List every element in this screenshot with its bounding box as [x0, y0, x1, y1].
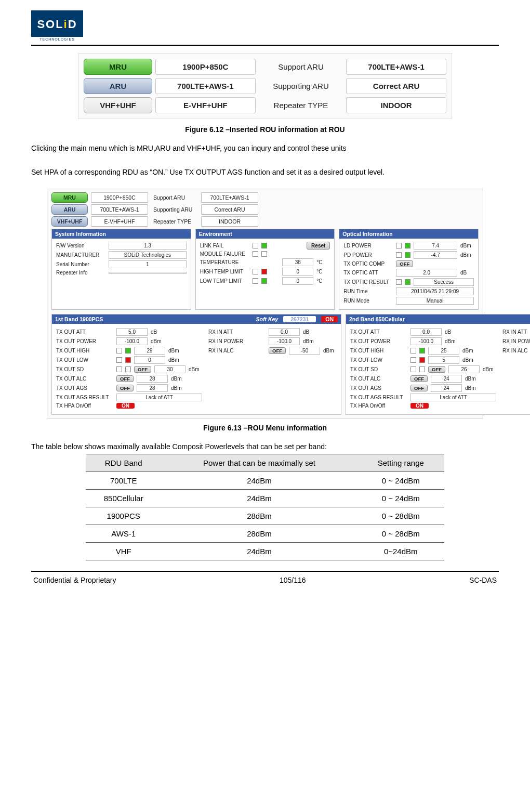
fig1-label: Repeater TYPE — [259, 98, 343, 113]
off-toggle-button[interactable]: OFF — [396, 260, 413, 267]
band-param-label: TX OUT AGS RESULT — [350, 395, 407, 400]
fig2-tab-button[interactable]: VHF+UHF — [51, 216, 88, 227]
fig1-tab-button[interactable]: ARU — [84, 78, 152, 94]
panel-band-2: 2nd Band 850Cellular Soft Key 267231 ON … — [346, 314, 530, 415]
checkbox-icon[interactable] — [396, 252, 402, 258]
checkbox-icon[interactable] — [253, 269, 258, 274]
band-value[interactable]: 5 — [428, 356, 459, 364]
power-table-intro: The table below shows maximally availabl… — [31, 442, 499, 451]
band-param-label: TX OUT HIGH — [350, 348, 407, 353]
band-unit: dBm — [171, 385, 184, 391]
fig1-label: Support ARU — [259, 59, 343, 74]
band-value[interactable]: -100.0 — [269, 337, 300, 345]
band-value[interactable]: 28 — [137, 384, 168, 392]
checkbox-icon[interactable] — [253, 251, 258, 257]
band2-title: 2nd Band 850Cellular — [349, 316, 405, 322]
power-table-row: AWS-128dBm0 ~ 28dBm — [86, 525, 444, 543]
checkbox-icon[interactable] — [253, 243, 258, 248]
sysinfo-value: 1.3 — [109, 242, 187, 250]
page-footer: Confidential & Proprietary 105/116 SC-DA… — [31, 576, 499, 584]
band-value[interactable]: 24 — [431, 375, 462, 383]
fig1-caption: Figure 6.12 –Inserted ROU information at… — [31, 125, 499, 134]
fig1-tab-button[interactable]: VHF+UHF — [84, 97, 152, 113]
fig1-tab-button[interactable]: MRU — [84, 59, 152, 75]
off-toggle-button[interactable]: OFF — [116, 375, 134, 382]
status-indicator-icon — [261, 269, 267, 274]
power-table-cell: 24dBm — [161, 543, 357, 560]
fig1-value: 700LTE+AWS-1 — [155, 78, 256, 94]
checkbox-icon[interactable] — [410, 357, 416, 363]
fig2-rou-menu: MRU1900P+850CSupport ARU700LTE+AWS-1ARU7… — [47, 189, 483, 418]
on-toggle-button[interactable]: ON — [410, 403, 429, 409]
band-value[interactable]: 5.0 — [116, 328, 148, 336]
on-toggle-button[interactable]: ON — [116, 403, 135, 409]
band-value[interactable]: 0.0 — [410, 328, 442, 336]
status-indicator-icon — [261, 243, 267, 248]
off-toggle-button[interactable]: OFF — [269, 347, 286, 354]
band-value[interactable]: 24 — [431, 384, 462, 392]
fig2-header-value: 1900P+850C — [91, 192, 148, 203]
checkbox-icon[interactable] — [116, 357, 122, 363]
off-toggle-button[interactable]: OFF — [428, 366, 445, 373]
fig2-tab-button[interactable]: MRU — [51, 192, 88, 203]
opt-value: Success — [414, 278, 474, 286]
checkbox-icon[interactable] — [253, 278, 258, 284]
band-value[interactable]: 26 — [448, 365, 480, 373]
band-param-label: TX OUT AGS — [350, 385, 407, 391]
band-value[interactable]: 28 — [137, 375, 168, 383]
band-unit: dBm — [171, 376, 184, 382]
opt-label: LD POWER — [343, 243, 393, 248]
power-table-row: 850Cellular24dBm0 ~ 24dBm — [86, 490, 444, 507]
env-unit: °C — [316, 269, 330, 274]
band-param-label: TX OUT ALC — [350, 376, 407, 382]
checkbox-icon[interactable] — [396, 279, 402, 285]
status-indicator-icon — [261, 278, 267, 284]
band-value[interactable]: 0 — [134, 356, 165, 364]
fig1-value: 1900P+850C — [155, 59, 256, 75]
band-param-label: TX OUT AGS — [56, 385, 113, 391]
band-value[interactable]: 0.0 — [269, 328, 300, 336]
band-value[interactable]: 25 — [428, 347, 459, 355]
off-toggle-button[interactable]: OFF — [116, 385, 134, 391]
env-value[interactable]: 38 — [282, 258, 313, 266]
power-table-cell: 28dBm — [161, 525, 357, 543]
band-unit: dBm — [462, 357, 476, 363]
power-table-cell: 0 ~ 24dBm — [357, 472, 445, 490]
band-param-label: RX IN ATT — [502, 329, 530, 335]
footer-center: 105/116 — [280, 576, 306, 584]
power-level-table: RDU BandPower that can be maximally setS… — [86, 454, 444, 560]
band-value[interactable]: 29 — [134, 347, 165, 355]
header-rule — [31, 45, 499, 46]
opt-label: PD POWER — [343, 252, 393, 258]
band-unit: dBm — [168, 348, 182, 353]
panel-title-sysinfo: System Information — [52, 229, 191, 239]
checkbox-icon[interactable] — [410, 366, 416, 372]
opt-label: TX OPTIC ATT — [343, 270, 393, 276]
power-table-cell: 0~24dBm — [357, 543, 445, 560]
off-toggle-button[interactable]: OFF — [410, 385, 428, 391]
off-toggle-button[interactable]: OFF — [410, 375, 428, 382]
band-value[interactable]: -100.0 — [410, 337, 442, 345]
status-indicator-icon — [419, 366, 425, 372]
band-unit: dB — [151, 329, 164, 335]
checkbox-icon[interactable] — [116, 366, 122, 372]
env-value[interactable]: 0 — [282, 277, 313, 285]
fig2-tab-button[interactable]: ARU — [51, 204, 88, 215]
fig2-caption: Figure 6.13 –ROU Menu information — [31, 424, 499, 432]
checkbox-icon[interactable] — [396, 243, 402, 248]
fig1-value: 700LTE+AWS-1 — [346, 59, 446, 75]
checkbox-icon[interactable] — [116, 348, 122, 353]
band-unit: dBm — [303, 338, 316, 344]
reset-button[interactable]: Reset — [307, 242, 330, 250]
band-unit: dBm — [151, 338, 164, 344]
band-value[interactable]: 30 — [154, 365, 186, 373]
panel-title-opt: Optical Information — [339, 229, 478, 239]
band-value[interactable]: -100.0 — [116, 337, 148, 345]
opt-value: Manual — [396, 297, 474, 305]
off-toggle-button[interactable]: OFF — [134, 366, 151, 373]
checkbox-icon[interactable] — [410, 348, 416, 353]
power-table-cell: 0 ~ 28dBm — [357, 507, 445, 525]
env-value[interactable]: 0 — [282, 268, 313, 276]
band-value[interactable]: -50 — [289, 347, 320, 355]
footer-right: SC-DAS — [469, 576, 497, 584]
